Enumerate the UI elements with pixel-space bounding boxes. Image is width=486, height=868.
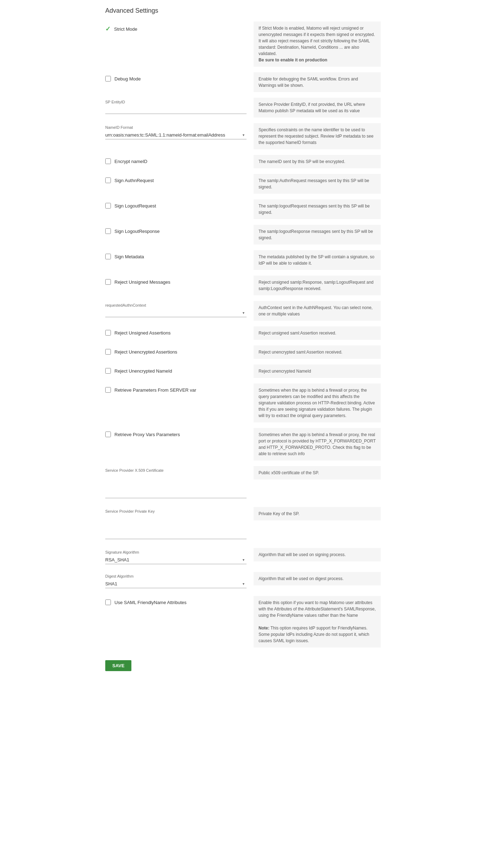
sign-logout-request-description: The samlp:logoutRequest messages sent by… (254, 199, 381, 219)
setting-sign-logout-request: Sign LogoutRequest The samlp:logoutReque… (105, 199, 381, 219)
sign-logout-response-description: The samlp:logoutResponse messages sent b… (254, 225, 381, 245)
sign-authn-request-left: Sign AuthnRequest (105, 174, 247, 185)
setting-reject-unsigned-messages: Reject Unsigned Messages Reject unsigned… (105, 276, 381, 295)
use-saml-friendlyname-left: Use SAML FriendlyName Attributes (105, 596, 247, 607)
sp-private-key-textarea[interactable] (105, 515, 247, 539)
sign-metadata-checkbox[interactable] (105, 254, 111, 259)
digest-algorithm-label: Digest Algorithm (105, 574, 247, 578)
setting-digest-algorithm: Digest Algorithm SHA1 SHA256 SHA384 SHA5… (105, 572, 381, 590)
sign-logout-request-right: The samlp:logoutRequest messages sent by… (254, 199, 381, 219)
reject-unsigned-assertions-right: Reject unsigned saml:Assertion received. (254, 326, 381, 340)
sign-logout-response-left: Sign LogoutResponse (105, 225, 247, 235)
reject-unencrypted-assertions-label-row: Reject Unencrypted Assertions (105, 345, 247, 356)
signature-algorithm-description: Algorithm that will be used on signing p… (254, 548, 381, 561)
reject-unencrypted-assertions-checkbox[interactable] (105, 349, 111, 355)
setting-sign-logout-response: Sign LogoutResponse The samlp:logoutResp… (105, 225, 381, 245)
signature-algorithm-select[interactable]: RSA_SHA1 RSA_SHA256 RSA_SHA384 RSA_SHA51… (105, 556, 247, 564)
reject-unsigned-assertions-checkbox[interactable] (105, 330, 111, 336)
reject-unencrypted-nameid-checkbox[interactable] (105, 368, 111, 374)
sign-logout-response-label-row: Sign LogoutResponse (105, 225, 247, 235)
save-section: SAVE (105, 653, 381, 671)
setting-retrieve-proxy-vars: Retrieve Proxy Vars Parameters Sometimes… (105, 428, 381, 460)
sp-x509-certificate-label: Service Provider X.509 Certificate (105, 468, 247, 472)
strict-mode-right: If Strict Mode is enabled, Matomo will r… (254, 22, 381, 67)
sign-logout-response-checkbox[interactable] (105, 228, 111, 234)
sp-x509-certificate-textarea[interactable] (105, 474, 247, 498)
digest-algorithm-select-wrapper: SHA1 SHA256 SHA384 SHA512 (105, 580, 247, 588)
setting-sign-metadata: Sign Metadata The metadata published by … (105, 250, 381, 270)
sign-logout-request-checkbox[interactable] (105, 203, 111, 209)
sp-entity-id-input[interactable] (105, 106, 247, 114)
sign-authn-request-checkbox[interactable] (105, 177, 111, 183)
requested-authn-context-select[interactable]: urn:oasis:names:tc:SAML:2.0:ac:classes:P… (105, 309, 247, 317)
nameid-format-group: NameID Format urn:oasis:names:tc:SAML:1.… (105, 123, 247, 141)
sp-x509-certificate-description: Public x509 certificate of the SP. (254, 466, 381, 480)
nameid-format-right: Specifies constraints on the name identi… (254, 123, 381, 149)
sp-entity-id-label: SP EntityID (105, 100, 247, 104)
reject-unsigned-assertions-label: Reject Unsigned Assertions (114, 330, 171, 336)
setting-sp-x509-certificate: Service Provider X.509 Certificate Publi… (105, 466, 381, 501)
signature-algorithm-right: Algorithm that will be used on signing p… (254, 548, 381, 561)
encrypt-nameid-left: Encrypt nameID (105, 155, 247, 165)
reject-unsigned-messages-label-row: Reject Unsigned Messages (105, 276, 247, 286)
reject-unencrypted-assertions-description: Reject unencrypted saml:Assertion receiv… (254, 345, 381, 359)
use-saml-friendlyname-label: Use SAML FriendlyName Attributes (114, 600, 186, 605)
encrypt-nameid-right: The nameID sent by this SP will be encry… (254, 155, 381, 168)
digest-algorithm-left: Digest Algorithm SHA1 SHA256 SHA384 SHA5… (105, 572, 247, 590)
sp-private-key-label: Service Provider Private Key (105, 509, 247, 513)
sp-private-key-group: Service Provider Private Key (105, 507, 247, 542)
sign-authn-request-label-row: Sign AuthnRequest (105, 174, 247, 185)
strict-mode-left: ✓ Strict Mode (105, 22, 247, 34)
encrypt-nameid-description: The nameID sent by this SP will be encry… (254, 155, 381, 168)
setting-sp-private-key: Service Provider Private Key Private Key… (105, 507, 381, 542)
nameid-format-label: NameID Format (105, 125, 247, 129)
strict-mode-label: Strict Mode (114, 26, 137, 32)
encrypt-nameid-label-row: Encrypt nameID (105, 155, 247, 165)
debug-mode-checkbox[interactable] (105, 76, 111, 82)
signature-algorithm-group: Signature Algorithm RSA_SHA1 RSA_SHA256 … (105, 548, 247, 566)
encrypt-nameid-checkbox[interactable] (105, 158, 111, 164)
setting-sign-authn-request: Sign AuthnRequest The samlp:AuthnRequest… (105, 174, 381, 194)
debug-mode-left: Debug Mode (105, 72, 247, 83)
debug-mode-right: Enable for debugging the SAML workflow. … (254, 72, 381, 92)
nameid-format-select-wrapper: urn:oasis:names:tc:SAML:1.1:nameid-forma… (105, 131, 247, 139)
setting-retrieve-parameters-server-var: Retrieve Parameters From SERVER var Some… (105, 384, 381, 422)
use-saml-friendlyname-description: Enable this option if you want to map Ma… (254, 596, 381, 647)
sp-private-key-right: Private Key of the SP. (254, 507, 381, 520)
reject-unsigned-assertions-description: Reject unsigned saml:Assertion received. (254, 326, 381, 340)
retrieve-proxy-vars-left: Retrieve Proxy Vars Parameters (105, 428, 247, 439)
sp-entity-id-right: Service Provider EntityID, if not provid… (254, 98, 381, 117)
reject-unsigned-assertions-label-row: Reject Unsigned Assertions (105, 326, 247, 337)
requested-authn-context-select-wrapper: urn:oasis:names:tc:SAML:2.0:ac:classes:P… (105, 309, 247, 317)
setting-reject-unencrypted-assertions: Reject Unencrypted Assertions Reject une… (105, 345, 381, 359)
setting-nameid-format: NameID Format urn:oasis:names:tc:SAML:1.… (105, 123, 381, 149)
requested-authn-context-left: requestedAuthnContext urn:oasis:names:tc… (105, 301, 247, 319)
reject-unencrypted-nameid-label: Reject Unencrypted NameId (114, 368, 172, 374)
requested-authn-context-description: AuthContext sent in the AuthNRequest. Yo… (254, 301, 381, 321)
sp-x509-certificate-right: Public x509 certificate of the SP. (254, 466, 381, 480)
nameid-format-select[interactable]: urn:oasis:names:tc:SAML:1.1:nameid-forma… (105, 131, 247, 139)
sign-metadata-left: Sign Metadata (105, 250, 247, 261)
retrieve-parameters-server-var-description: Sometimes when the app is behind a firew… (254, 384, 381, 422)
retrieve-proxy-vars-checkbox[interactable] (105, 432, 111, 437)
setting-use-saml-friendlyname: Use SAML FriendlyName Attributes Enable … (105, 596, 381, 647)
use-saml-friendlyname-checkbox[interactable] (105, 599, 111, 605)
digest-algorithm-select[interactable]: SHA1 SHA256 SHA384 SHA512 (105, 580, 247, 588)
reject-unsigned-messages-checkbox[interactable] (105, 279, 111, 285)
encrypt-nameid-label: Encrypt nameID (114, 159, 147, 164)
setting-requested-authn-context: requestedAuthnContext urn:oasis:names:tc… (105, 301, 381, 321)
reject-unsigned-messages-label: Reject Unsigned Messages (114, 279, 170, 285)
setting-encrypt-nameid: Encrypt nameID The nameID sent by this S… (105, 155, 381, 168)
reject-unsigned-messages-description: Reject unsigned samlp:Response, samlp:Lo… (254, 276, 381, 295)
digest-algorithm-right: Algorithm that will be used on digest pr… (254, 572, 381, 585)
nameid-format-left: NameID Format urn:oasis:names:tc:SAML:1.… (105, 123, 247, 141)
sp-entity-id-left: SP EntityID (105, 98, 247, 116)
sp-entity-id-group: SP EntityID (105, 98, 247, 116)
setting-reject-unsigned-assertions: Reject Unsigned Assertions Reject unsign… (105, 326, 381, 340)
setting-signature-algorithm: Signature Algorithm RSA_SHA1 RSA_SHA256 … (105, 548, 381, 566)
retrieve-parameters-server-var-checkbox[interactable] (105, 387, 111, 393)
sign-authn-request-right: The samlp:AuthnRequest messages sent by … (254, 174, 381, 194)
page-title: Advanced Settings (105, 7, 381, 14)
save-button[interactable]: SAVE (105, 660, 131, 671)
strict-mode-description: If Strict Mode is enabled, Matomo will r… (254, 22, 381, 67)
